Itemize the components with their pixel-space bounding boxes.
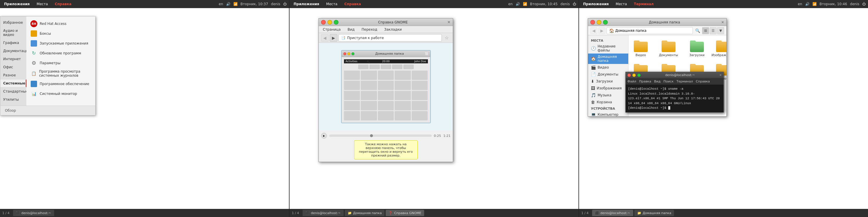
apps-menu-btn-3[interactable]: Приложения xyxy=(581,1,611,7)
cat-audio[interactable]: Аудио и видео xyxy=(0,27,26,38)
sidebar-recent[interactable]: 🕐 Недавние файлы xyxy=(588,43,628,54)
close-btn-terminal[interactable] xyxy=(627,73,631,77)
sidebar-music[interactable]: 🎵 Музыка xyxy=(588,92,628,99)
taskbar-help-2[interactable]: ❓ Справка GNOME xyxy=(386,210,424,216)
taskbar-3: 1 / 4 ⬛ denis@localhost:~ 📁 Домашняя пап… xyxy=(579,209,868,217)
fm-close-icon[interactable]: ✕ xyxy=(721,20,724,24)
close-icon-help[interactable]: ✕ xyxy=(447,20,451,24)
taskbar-1: 1 / 4 ⬛ denis@localhost:~ xyxy=(0,209,289,217)
sidebar-home[interactable]: 🏠 Домашняя папка xyxy=(588,54,628,64)
minimize-btn-terminal[interactable] xyxy=(632,73,636,77)
folder-video[interactable]: Видео xyxy=(632,39,649,59)
taskbar-fm-3[interactable]: 📁 Домашняя папка xyxy=(634,210,674,216)
app-update[interactable]: ↻ Обновление программ xyxy=(29,48,93,58)
apps-menu-btn-1[interactable]: Приложения xyxy=(2,1,32,7)
monitor-icon-el: 📊 xyxy=(30,90,37,97)
cat-std[interactable]: Стандартные xyxy=(0,88,26,95)
app-monitor[interactable]: 📊 Системный монитор xyxy=(29,89,93,99)
list-view-btn[interactable]: ☰ xyxy=(710,27,717,34)
bookmark-btn[interactable]: ☆ xyxy=(443,34,451,42)
taskbar-fm-2[interactable]: 📁 Домашняя папка xyxy=(345,210,385,216)
cat-utils[interactable]: Утилиты xyxy=(0,96,26,103)
menu-page[interactable]: Страница xyxy=(321,27,342,32)
folder-body xyxy=(690,42,704,52)
menu-btn-3[interactable]: Терминал xyxy=(632,1,655,7)
volume-icon-1[interactable]: 🔊 xyxy=(226,2,230,6)
menu-btn-2[interactable]: Справка xyxy=(342,1,363,7)
term-menu-view[interactable]: Вид xyxy=(654,80,660,83)
maximize-btn-help[interactable] xyxy=(334,20,338,25)
cat-izbr[interactable]: Избранное xyxy=(0,19,26,26)
app-params[interactable]: ⚙ Параметры xyxy=(29,58,93,68)
power-icon-2[interactable]: ⏻ xyxy=(573,2,576,6)
sidebar-dl[interactable]: ⬇ Загрузки xyxy=(588,78,628,85)
apps-menu-btn-2[interactable]: Приложения xyxy=(292,1,321,7)
play-btn[interactable]: ▶ xyxy=(321,133,327,138)
app-launch[interactable]: Запускаемые приложения xyxy=(29,38,93,48)
places-btn-3[interactable]: Места xyxy=(614,1,629,7)
fm-search-btn[interactable]: 🔍 xyxy=(694,27,701,34)
menu-bookmarks[interactable]: Закладки xyxy=(382,27,404,32)
folder-dl[interactable]: Загрузки xyxy=(688,39,707,59)
grid-view-btn[interactable]: ⊞ xyxy=(702,27,709,34)
menu-view[interactable]: Вид xyxy=(346,27,356,32)
view-options-btn[interactable]: ▼ xyxy=(717,27,724,34)
address-bar-help[interactable]: 📑 Приступая к работе xyxy=(338,34,442,42)
term-menu-edit[interactable]: Правка xyxy=(639,80,651,83)
volume-icon-2[interactable]: 🔊 xyxy=(516,2,520,6)
folder-docs[interactable]: Документы xyxy=(653,39,684,59)
folder-pics[interactable]: Изображения xyxy=(710,39,726,59)
taskbar-terminal-1[interactable]: ⬛ denis@localhost:~ xyxy=(13,210,54,216)
terminal-content[interactable]: [denis@localhost ~]$ uname -a Linux loca… xyxy=(626,85,723,112)
close-icon-terminal[interactable]: ✕ xyxy=(719,73,722,77)
network-icon-3: 📶 xyxy=(812,2,817,6)
term-menu-help[interactable]: Справка xyxy=(696,80,710,83)
grid-cell xyxy=(378,81,394,90)
sidebar-section-devices: Устройства xyxy=(588,105,628,111)
term-menu-terminal[interactable]: Терминал xyxy=(676,80,693,83)
menu-btn-1[interactable]: Справка xyxy=(53,1,73,7)
home-icon: 🏠 xyxy=(591,56,596,61)
maximize-btn-fm[interactable] xyxy=(603,20,608,25)
app-logs[interactable]: 📋 Программа просмотра системных журналов xyxy=(29,68,93,79)
term-menu-search[interactable]: Поиск xyxy=(663,80,674,83)
minimize-btn-help[interactable] xyxy=(328,20,332,25)
overview-btn[interactable]: Обзор xyxy=(3,107,92,114)
computer-icon: 💻 xyxy=(591,112,596,116)
sidebar-video[interactable]: 🎬 Видео xyxy=(588,64,628,71)
fm-breadcrumb[interactable]: 🏠 Домашняя папка xyxy=(607,27,693,34)
taskbar-terminal-2[interactable]: ⬛ denis@localhost:~ xyxy=(303,210,344,216)
sidebar-computer[interactable]: 💻 Компьютер xyxy=(588,111,628,116)
maximize-btn-terminal[interactable] xyxy=(637,73,641,77)
cat-grafika[interactable]: Графика xyxy=(0,39,26,46)
cat-ofis[interactable]: Офис xyxy=(0,63,26,71)
forward-btn-help[interactable]: ▶ xyxy=(330,34,337,42)
sidebar-pics[interactable]: 🖼 Изображения xyxy=(588,85,628,92)
gnome-help-content: Домашняя папка ⬜ Activities 20:00 John D… xyxy=(319,43,453,130)
app-boxes[interactable]: Боксы xyxy=(29,29,93,38)
sidebar-trash[interactable]: 🗑 Корзина xyxy=(588,99,628,105)
places-btn-2[interactable]: Места xyxy=(324,1,339,7)
term-cursor xyxy=(668,106,670,110)
menu-nav[interactable]: Переход xyxy=(360,27,379,32)
cat-internet[interactable]: Интернет xyxy=(0,55,26,63)
term-menu-file[interactable]: Файл xyxy=(627,80,636,83)
cat-raznoe[interactable]: Разное xyxy=(0,71,26,79)
volume-icon-3[interactable]: 🔊 xyxy=(805,2,809,6)
music-icon: 🎵 xyxy=(591,93,596,97)
minimize-btn-fm[interactable] xyxy=(597,20,601,25)
progress-bar[interactable] xyxy=(329,134,432,137)
power-icon-3[interactable]: ⏻ xyxy=(862,2,866,6)
places-btn-1[interactable]: Места xyxy=(35,1,50,7)
cat-doc[interactable]: Документация xyxy=(0,47,26,55)
close-btn-fm[interactable] xyxy=(590,20,595,25)
cat-system[interactable]: Системные xyxy=(0,80,26,87)
app-sw[interactable]: Программное обеспечение xyxy=(29,79,93,89)
grid-cell xyxy=(412,101,428,110)
sidebar-docs[interactable]: 📄 Документы xyxy=(588,71,628,78)
close-btn-help[interactable] xyxy=(321,20,326,25)
app-redhat-access[interactable]: RH Red Hat Access xyxy=(29,19,93,29)
taskbar-terminal-3[interactable]: ⬛ denis@localhost:~ xyxy=(592,210,633,216)
fm-sidebar: Места 🕐 Недавние файлы 🏠 Домашняя папка … xyxy=(588,35,628,116)
power-icon-1[interactable]: ⏻ xyxy=(283,2,287,6)
